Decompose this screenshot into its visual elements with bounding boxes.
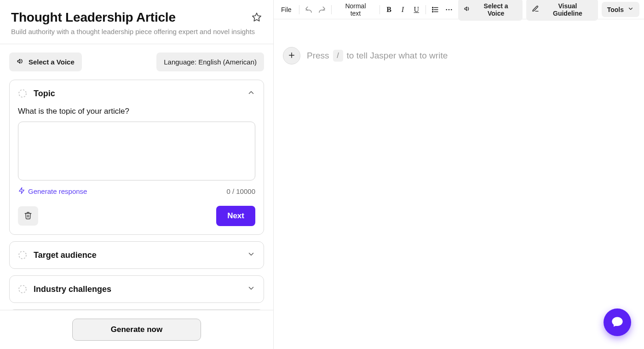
add-block-button[interactable] [283, 47, 300, 64]
chevron-up-icon [247, 88, 255, 99]
toolbar-separator [426, 5, 426, 14]
topic-actions: Next [18, 206, 255, 226]
target-audience-title-wrap: Target audience [18, 250, 97, 260]
next-button[interactable]: Next [216, 206, 255, 226]
bold-button[interactable]: B [385, 5, 394, 14]
megaphone-icon [17, 57, 25, 67]
delete-button[interactable] [18, 206, 38, 226]
select-voice-chip[interactable]: Select a Voice [9, 52, 82, 71]
left-body: Select a Voice Language: English (Americ… [0, 44, 273, 310]
toolbar-voice-label: Select a Voice [475, 2, 517, 17]
language-chip-label: Language: English (American) [164, 58, 257, 66]
topic-card-header[interactable]: Topic [18, 88, 255, 99]
topic-input[interactable] [18, 122, 255, 180]
svg-point-8 [432, 9, 433, 10]
topic-title: Topic [34, 89, 55, 99]
chip-row: Select a Voice Language: English (Americ… [9, 52, 264, 71]
chevron-down-icon [627, 6, 634, 13]
topic-card: Topic What is the topic of your article?… [9, 80, 264, 235]
svg-point-7 [432, 7, 433, 8]
language-chip[interactable]: Language: English (American) [156, 52, 264, 71]
topic-row-below: Generate response 0 / 10000 [18, 187, 255, 196]
chat-fab[interactable] [604, 308, 631, 336]
svg-point-2 [19, 251, 26, 259]
toolbar-separator [331, 5, 332, 14]
status-empty-icon [18, 250, 27, 260]
favorite-button[interactable] [250, 11, 263, 24]
left-header: Thought Leadership Article Build authori… [0, 0, 273, 44]
status-empty-icon [18, 89, 27, 98]
target-audience-title: Target audience [34, 250, 97, 260]
right-panel: File Normal text B I U [274, 0, 644, 349]
undo-button[interactable] [304, 5, 313, 14]
chevron-down-icon [247, 250, 255, 260]
placeholder-press: Press [307, 51, 329, 61]
toolbar-separator [299, 5, 299, 14]
topic-question: What is the topic of your article? [18, 107, 255, 116]
slash-key-icon: / [333, 50, 343, 62]
page-subtitle: Build authority with a thought leadershi… [11, 28, 262, 35]
plus-icon [288, 51, 296, 61]
underline-button[interactable]: U [412, 5, 421, 14]
megaphone-icon [464, 5, 471, 14]
chat-icon [611, 315, 624, 330]
redo-button[interactable] [317, 5, 327, 14]
svg-point-3 [19, 285, 26, 293]
svg-point-10 [446, 9, 447, 10]
topic-title-wrap: Topic [18, 89, 55, 99]
visual-guideline-label: Visual Guideline [543, 2, 592, 17]
star-icon [252, 12, 262, 23]
chevron-down-icon [247, 284, 255, 294]
file-menu[interactable]: File [278, 4, 294, 15]
industry-challenges-card[interactable]: Industry challenges [9, 275, 264, 303]
char-counter: 0 / 10000 [226, 187, 255, 195]
tools-chip[interactable]: Tools [602, 2, 639, 17]
text-style-select[interactable]: Normal text [336, 0, 374, 19]
target-audience-card[interactable]: Target audience [9, 241, 264, 269]
tools-label: Tools [607, 6, 624, 13]
more-options-button[interactable] [444, 5, 454, 14]
editor-toolbar: File Normal text B I U [274, 0, 644, 19]
placeholder-rest: to tell Jasper what to write [347, 51, 448, 61]
svg-point-12 [451, 9, 452, 10]
svg-marker-0 [253, 13, 261, 21]
trash-icon [24, 211, 32, 221]
visual-guideline-chip[interactable]: Visual Guideline [526, 0, 598, 21]
generate-response-label: Generate response [28, 187, 87, 195]
left-footer: Generate now [0, 310, 273, 349]
italic-button[interactable]: I [398, 5, 407, 14]
next-card-peek [9, 309, 264, 310]
generate-now-button[interactable]: Generate now [72, 319, 201, 341]
industry-challenges-title-wrap: Industry challenges [18, 285, 111, 294]
toolbar-separator [380, 5, 380, 14]
voice-chip-label: Select a Voice [29, 58, 75, 66]
svg-point-11 [448, 9, 450, 10]
editor-placeholder: Press / to tell Jasper what to write [307, 50, 448, 62]
toolbar-right: Select a Voice Visual Guideline Tools [458, 0, 639, 21]
svg-point-9 [432, 11, 433, 12]
left-panel: Thought Leadership Article Build authori… [0, 0, 274, 349]
industry-challenges-title: Industry challenges [34, 285, 111, 294]
svg-point-1 [19, 90, 26, 97]
editor-area[interactable]: Press / to tell Jasper what to write [274, 19, 644, 349]
toolbar-voice-chip[interactable]: Select a Voice [458, 0, 523, 21]
editor-line: Press / to tell Jasper what to write [283, 47, 635, 64]
page-title: Thought Leadership Article [11, 10, 262, 25]
list-button[interactable] [431, 5, 440, 14]
bolt-icon [18, 187, 25, 196]
generate-response-link[interactable]: Generate response [18, 187, 87, 196]
status-empty-icon [18, 285, 27, 294]
pencil-icon [532, 5, 539, 14]
